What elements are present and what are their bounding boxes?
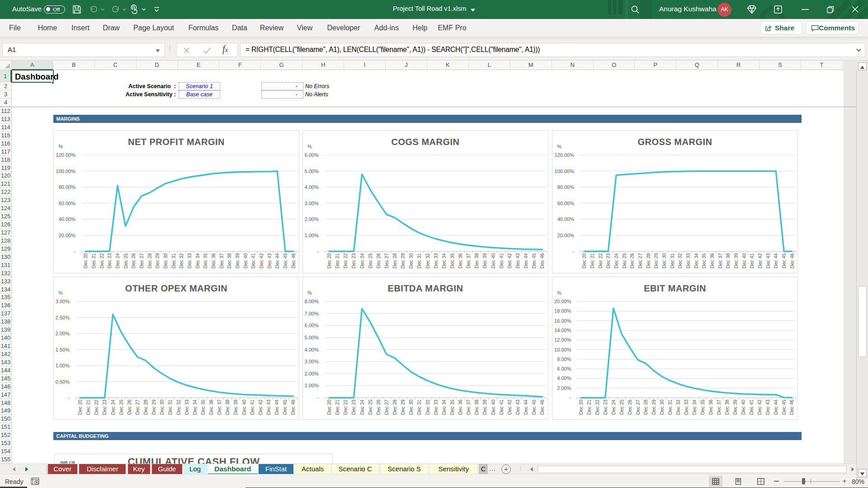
svg-text:5.00%: 5.00%: [304, 335, 318, 340]
svg-text:Dec 46: Dec 46: [539, 399, 545, 415]
svg-text:Dec 38: Dec 38: [725, 253, 731, 268]
svg-text:2.00%: 2.00%: [557, 385, 571, 391]
svg-text:100.00%: 100.00%: [555, 169, 575, 174]
svg-text:Dec 31: Dec 31: [416, 399, 422, 415]
svg-text:Dec 42: Dec 42: [757, 253, 763, 268]
svg-text:Dec 32: Dec 32: [677, 253, 683, 268]
svg-text:Dec 45: Dec 45: [781, 399, 787, 415]
svg-text:EBITDA MARGIN: EBITDA MARGIN: [387, 283, 463, 293]
svg-text:Dec 21: Dec 21: [586, 399, 592, 415]
svg-text:80.00%: 80.00%: [557, 184, 575, 190]
svg-text:Dec 34: Dec 34: [194, 253, 200, 268]
svg-text:Dec 45: Dec 45: [781, 253, 787, 268]
svg-text:Dec 43: Dec 43: [765, 399, 770, 415]
svg-text:Dec 39: Dec 39: [732, 399, 738, 415]
svg-text:8.00%: 8.00%: [557, 357, 571, 362]
svg-text:Dec 25: Dec 25: [118, 399, 123, 415]
svg-text:2.00%: 2.00%: [304, 216, 318, 222]
svg-text:Dec 43: Dec 43: [266, 399, 271, 415]
svg-text:Dec 30: Dec 30: [163, 253, 168, 268]
svg-text:Dec 22: Dec 22: [598, 253, 603, 268]
svg-text:Dec 46: Dec 46: [290, 253, 296, 268]
svg-text:Dec 41: Dec 41: [749, 399, 754, 415]
svg-text:5.00%: 5.00%: [304, 169, 318, 174]
svg-text:0.50%: 0.50%: [55, 379, 69, 385]
svg-text:Dec 27: Dec 27: [384, 253, 389, 268]
svg-text:Dec 38: Dec 38: [226, 253, 232, 268]
svg-text:Dec 28: Dec 28: [646, 253, 651, 268]
svg-text:Dec 32: Dec 32: [425, 253, 430, 268]
svg-text:Dec 36: Dec 36: [708, 399, 713, 415]
svg-text:Dec 21: Dec 21: [335, 253, 340, 268]
svg-text:Dec 40: Dec 40: [490, 399, 495, 415]
svg-text:Dec 25: Dec 25: [367, 253, 373, 268]
svg-text:Dec 27: Dec 27: [139, 253, 144, 268]
svg-text:OTHER OPEX MARGIN: OTHER OPEX MARGIN: [125, 283, 227, 293]
svg-text:Dec 42: Dec 42: [259, 253, 264, 268]
svg-text:Dec 43: Dec 43: [266, 253, 272, 268]
svg-text:Dec 36: Dec 36: [208, 399, 214, 415]
svg-text:Dec 28: Dec 28: [392, 253, 397, 268]
svg-text:Dec 44: Dec 44: [274, 253, 280, 268]
svg-text:Dec 22: Dec 22: [343, 253, 348, 268]
svg-text:12.00%: 12.00%: [554, 337, 571, 343]
svg-text:Dec 35: Dec 35: [449, 399, 455, 415]
svg-text:Dec 22: Dec 22: [343, 399, 348, 415]
svg-text:Dec 33: Dec 33: [685, 253, 691, 268]
svg-text:16.00%: 16.00%: [554, 318, 571, 324]
svg-text:Dec 27: Dec 27: [384, 399, 389, 415]
svg-text:Dec 23: Dec 23: [603, 399, 608, 415]
svg-text:6.00%: 6.00%: [304, 152, 318, 158]
svg-text:Dec 27: Dec 27: [635, 399, 641, 415]
svg-text:Dec 36: Dec 36: [211, 253, 216, 268]
svg-text:60.00%: 60.00%: [58, 201, 75, 206]
svg-text:Dec 23: Dec 23: [107, 253, 112, 268]
svg-text:Dec 26: Dec 26: [126, 399, 132, 415]
svg-text:Dec 34: Dec 34: [693, 253, 699, 268]
svg-text:Dec 31: Dec 31: [670, 253, 675, 268]
svg-text:7.00%: 7.00%: [304, 311, 318, 316]
svg-text:Dec 41: Dec 41: [249, 399, 255, 415]
svg-text:Dec 28: Dec 28: [643, 399, 649, 415]
svg-text:Dec 34: Dec 34: [192, 399, 197, 415]
svg-text:Dec 21: Dec 21: [91, 253, 96, 268]
svg-text:2.00%: 2.00%: [55, 331, 69, 336]
svg-text:Dec 45: Dec 45: [283, 253, 288, 268]
svg-text:Dec 35: Dec 35: [203, 253, 208, 268]
svg-text:120.00%: 120.00%: [555, 152, 575, 158]
svg-text:Dec 30: Dec 30: [661, 253, 667, 268]
svg-text:20.00%: 20.00%: [557, 233, 575, 238]
svg-text:Dec 24: Dec 24: [613, 253, 619, 268]
svg-text:Dec 34: Dec 34: [441, 399, 446, 415]
svg-text:Dec 33: Dec 33: [433, 253, 438, 268]
svg-text:Dec 41: Dec 41: [498, 399, 504, 415]
svg-text:Dec 26: Dec 26: [375, 253, 381, 268]
svg-text:Dec 21: Dec 21: [85, 399, 91, 415]
svg-text:Dec 26: Dec 26: [627, 399, 632, 415]
svg-text:Dec 34: Dec 34: [692, 399, 697, 415]
svg-text:COGS MARGIN: COGS MARGIN: [391, 137, 459, 147]
svg-text:Dec 44: Dec 44: [773, 399, 778, 415]
svg-text:Dec 30: Dec 30: [408, 253, 414, 268]
svg-text:Dec 42: Dec 42: [257, 399, 263, 415]
svg-text:Dec 36: Dec 36: [458, 399, 463, 415]
svg-text:60.00%: 60.00%: [557, 201, 575, 206]
svg-text:Dec 35: Dec 35: [700, 399, 705, 415]
svg-text:Dec 35: Dec 35: [701, 253, 707, 268]
svg-text:Dec 30: Dec 30: [159, 399, 165, 415]
svg-text:Dec 32: Dec 32: [425, 399, 430, 415]
svg-text:3.00%: 3.00%: [304, 201, 318, 206]
svg-text:Dec 24: Dec 24: [359, 399, 364, 415]
svg-text:Dec 39: Dec 39: [733, 253, 739, 268]
svg-text:Dec 24: Dec 24: [359, 253, 364, 268]
svg-text:80.00%: 80.00%: [58, 184, 75, 190]
svg-text:Dec 31: Dec 31: [167, 399, 173, 415]
svg-text:Dec 33: Dec 33: [684, 399, 689, 415]
svg-text:Dec 42: Dec 42: [757, 399, 762, 415]
svg-text:-: -: [74, 249, 75, 254]
svg-text:Dec 40: Dec 40: [741, 399, 746, 415]
svg-text:6.00%: 6.00%: [557, 366, 571, 371]
svg-text:40.00%: 40.00%: [58, 216, 75, 222]
svg-text:NET PROFIT MARGIN: NET PROFIT MARGIN: [127, 137, 224, 147]
svg-text:Dec 29: Dec 29: [155, 253, 160, 268]
